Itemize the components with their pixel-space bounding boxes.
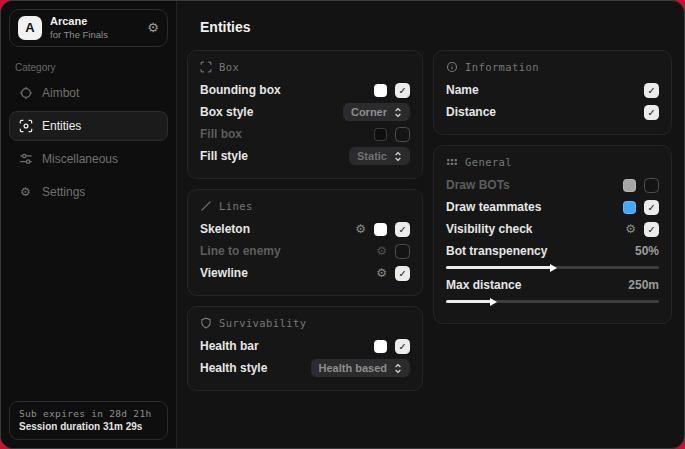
desktop-backdrop: A Arcane for The Finals ⚙ Category <box>0 0 685 449</box>
row-label: Distance <box>446 105 496 119</box>
page-title: Entities <box>200 19 672 35</box>
survivability-card-title: Survivability <box>219 317 306 329</box>
checkbox[interactable]: ✓ <box>395 339 410 354</box>
unfold-icon <box>394 363 402 374</box>
max-distance-slider-group: Max distance 250m <box>446 278 659 303</box>
color-swatch[interactable] <box>374 223 387 236</box>
survivability-card-header: Survivability <box>200 317 410 329</box>
checkbox[interactable]: ✓ <box>644 105 659 120</box>
max-distance-slider[interactable] <box>446 300 659 303</box>
gear-icon[interactable]: ⚙ <box>376 266 387 280</box>
checkbox[interactable] <box>395 244 410 259</box>
right-column: Information Name ✓ Distance ✓ <box>433 50 672 324</box>
survivability-card: Survivability Health bar ✓ Health style <box>187 306 423 391</box>
checkbox[interactable]: ✓ <box>395 83 410 98</box>
general-card-header: General <box>446 156 659 168</box>
unfold-icon <box>394 107 402 118</box>
sidebar-item-label: Settings <box>42 185 85 199</box>
row-label: Draw teammates <box>446 200 541 214</box>
slider-value: 250m <box>628 278 659 292</box>
checkbox[interactable]: ✓ <box>644 83 659 98</box>
setting-row-bounding-box: Bounding box ✓ <box>200 79 410 101</box>
checkbox[interactable]: ✓ <box>395 266 410 281</box>
color-swatch[interactable] <box>374 84 387 97</box>
color-swatch[interactable] <box>374 340 387 353</box>
setting-row-name: Name ✓ <box>446 79 659 101</box>
checkbox[interactable]: ✓ <box>395 222 410 237</box>
slider-thumb[interactable] <box>550 264 557 272</box>
setting-row-box-style: Box style Corner <box>200 101 410 123</box>
lines-card-title: Lines <box>219 200 253 212</box>
box-corners-icon <box>200 61 212 73</box>
main-content: Entities Box Boundin <box>177 1 684 448</box>
gear-icon[interactable]: ⚙ <box>147 20 159 35</box>
diagonal-line-icon <box>200 200 212 212</box>
box-style-dropdown[interactable]: Corner <box>343 103 410 121</box>
row-label: Visibility check <box>446 222 533 236</box>
fill-style-dropdown[interactable]: Static <box>349 147 410 165</box>
info-icon <box>446 61 458 73</box>
sidebar-item-label: Aimbot <box>42 86 79 100</box>
scan-icon <box>18 119 33 133</box>
setting-row-draw-bots: Draw BOTs <box>446 174 659 196</box>
gear-icon[interactable]: ⚙ <box>355 222 366 236</box>
sidebar-item-settings[interactable]: ⚙ Settings <box>9 177 168 207</box>
slider-value: 50% <box>635 244 659 258</box>
app-window: A Arcane for The Finals ⚙ Category <box>0 0 685 449</box>
information-card-header: Information <box>446 61 659 73</box>
sidebar-item-miscellaneous[interactable]: Miscellaneous <box>9 144 168 174</box>
row-label: Box style <box>200 105 253 119</box>
setting-row-health-bar: Health bar ✓ <box>200 335 410 357</box>
row-label: Fill box <box>200 127 242 141</box>
setting-row-skeleton: Skeleton ⚙ ✓ <box>200 218 410 240</box>
brand-subtitle: for The Finals <box>50 29 108 41</box>
subscription-info-card: Sub expires in 28d 21h Session duration … <box>9 401 168 440</box>
color-swatch[interactable] <box>623 201 636 214</box>
setting-row-visibility-check: Visibility check ⚙ ✓ <box>446 218 659 240</box>
row-label: Health style <box>200 361 267 375</box>
sidebar: A Arcane for The Finals ⚙ Category <box>1 1 177 448</box>
sub-expiry-text: Sub expires in 28d 21h <box>19 408 158 419</box>
gear-icon[interactable]: ⚙ <box>625 222 636 236</box>
setting-row-health-style: Health style Health based <box>200 357 410 379</box>
row-label: Line to enemy <box>200 244 281 258</box>
brand-text: Arcane for The Finals <box>50 15 108 41</box>
sliders-icon <box>18 152 33 166</box>
color-swatch[interactable] <box>623 179 636 192</box>
lines-card-header: Lines <box>200 200 410 212</box>
dropdown-value: Health based <box>319 362 387 374</box>
sidebar-item-aimbot[interactable]: Aimbot <box>9 78 168 108</box>
gear-icon[interactable]: ⚙ <box>376 244 387 258</box>
category-label: Category <box>15 62 162 73</box>
general-card: General Draw BOTs Draw teammates <box>433 145 672 324</box>
row-label: Fill style <box>200 149 248 163</box>
checkbox[interactable] <box>644 178 659 193</box>
slider-thumb[interactable] <box>490 298 497 306</box>
health-style-dropdown[interactable]: Health based <box>311 359 410 377</box>
gear-icon: ⚙ <box>18 185 33 199</box>
shield-icon <box>200 317 212 329</box>
box-card-title: Box <box>219 61 239 73</box>
setting-row-viewline: Viewline ⚙ ✓ <box>200 262 410 284</box>
unfold-icon <box>394 151 402 162</box>
color-swatch[interactable] <box>374 128 387 141</box>
setting-row-fill-box: Fill box <box>200 123 410 145</box>
bot-transparency-slider[interactable] <box>446 266 659 269</box>
checkbox[interactable] <box>395 127 410 142</box>
checkbox[interactable]: ✓ <box>644 200 659 215</box>
crosshair-icon <box>18 86 33 100</box>
box-card-header: Box <box>200 61 410 73</box>
setting-row-draw-teammates: Draw teammates ✓ <box>446 196 659 218</box>
row-label: Health bar <box>200 339 259 353</box>
setting-row-line-to-enemy: Line to enemy ⚙ <box>200 240 410 262</box>
row-label: Viewline <box>200 266 248 280</box>
grid-icon <box>446 156 458 168</box>
slider-label: Bot transpenency <box>446 244 547 258</box>
general-card-title: General <box>465 156 512 168</box>
checkbox[interactable]: ✓ <box>644 222 659 237</box>
information-card: Information Name ✓ Distance ✓ <box>433 50 672 135</box>
sidebar-item-label: Miscellaneous <box>42 152 118 166</box>
sidebar-item-label: Entities <box>42 119 81 133</box>
dropdown-value: Corner <box>351 106 387 118</box>
sidebar-item-entities[interactable]: Entities <box>9 111 168 141</box>
